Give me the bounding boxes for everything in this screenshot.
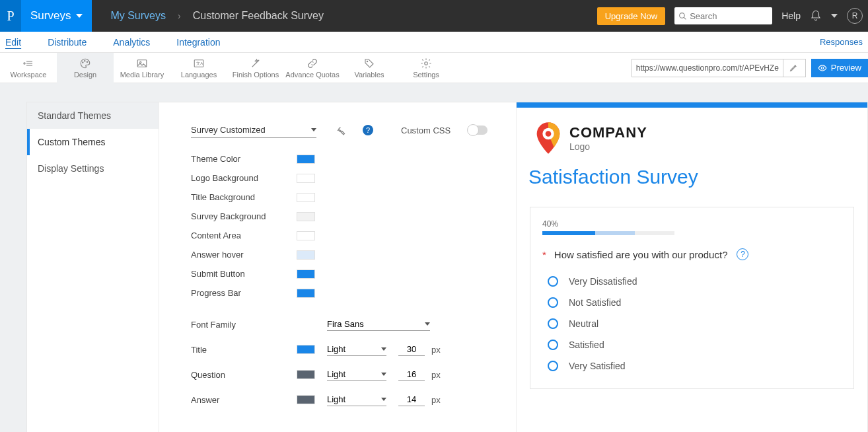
question-color-swatch[interactable]	[297, 370, 315, 379]
nav-standard-themes[interactable]: Standard Themes	[27, 102, 159, 129]
breadcrumb: My Surveys › Customer Feedback Survey	[110, 10, 324, 22]
title-color-swatch[interactable]	[297, 345, 315, 354]
answer-weight-dropdown[interactable]: Light	[327, 393, 386, 406]
company-name: COMPANY	[569, 124, 647, 141]
tab-analytics[interactable]: Analytics	[113, 33, 150, 52]
bell-icon[interactable]	[810, 10, 822, 22]
answer-hover-swatch[interactable]	[297, 250, 315, 260]
tool-languages[interactable]: 文A Languages	[170, 53, 227, 83]
answer-color-swatch[interactable]	[297, 395, 315, 404]
preview-stripe	[517, 102, 867, 108]
tool-variables[interactable]: Variables	[341, 53, 398, 83]
upgrade-button[interactable]: Upgrade Now	[597, 7, 666, 25]
chevron-down-icon	[425, 322, 430, 326]
company-logo: COMPANY Logo	[517, 108, 867, 162]
question-card: 40% * How satisfied are you with our pro…	[530, 207, 854, 389]
title-size-input[interactable]: 30	[398, 343, 425, 356]
toolbar-right: Preview	[632, 59, 868, 77]
px-unit: px	[431, 370, 441, 380]
help-link[interactable]: Help	[781, 11, 801, 21]
answer-font-label: Answer	[191, 395, 297, 405]
survey-preview: COMPANY Logo Satisfaction Survey 40% * H…	[516, 102, 867, 432]
question-text: * How satisfied are you with our product…	[542, 248, 842, 260]
workspace-icon	[22, 57, 35, 69]
wrench-icon[interactable]	[334, 124, 345, 136]
svg-text:文A: 文A	[196, 61, 203, 65]
search-box[interactable]	[674, 7, 772, 24]
theme-select-dropdown[interactable]: Survey Customized	[191, 122, 316, 138]
survey-bg-swatch[interactable]	[297, 212, 315, 221]
search-icon	[678, 12, 687, 20]
search-input[interactable]	[690, 11, 756, 21]
chevron-down-icon	[381, 373, 386, 376]
progress-bar-swatch[interactable]	[297, 289, 315, 298]
option-not-satisfied[interactable]: Not Satisfied	[542, 292, 842, 313]
svg-point-7	[85, 60, 86, 61]
option-very-dissatisfied[interactable]: Very Dissatisfied	[542, 271, 842, 292]
pin-icon	[534, 121, 563, 155]
content-area-label: Content Area	[191, 231, 297, 240]
font-family-dropdown[interactable]: Fira Sans	[327, 318, 430, 331]
avatar[interactable]: R	[847, 8, 863, 24]
surveys-dropdown[interactable]: Surveys	[21, 0, 92, 32]
settings-top-row: Survey Customized ? Custom CSS	[191, 122, 496, 138]
title-weight-dropdown[interactable]: Light	[327, 343, 386, 356]
radio-icon	[548, 297, 558, 308]
question-help-icon[interactable]: ?	[737, 248, 748, 260]
wand-icon	[249, 57, 262, 69]
topbar: P Surveys My Surveys › Customer Feedback…	[0, 0, 868, 32]
survey-bg-label: Survey Background	[191, 211, 297, 221]
app-logo-icon[interactable]: P	[0, 0, 21, 32]
tool-workspace[interactable]: Workspace	[0, 53, 57, 83]
tool-settings[interactable]: Settings	[398, 53, 454, 83]
tool-design[interactable]: Design	[57, 53, 114, 83]
palette-icon	[79, 57, 92, 69]
tab-responses[interactable]: Responses	[820, 33, 863, 51]
main-panel: Standard Themes Custom Themes Display Se…	[26, 102, 868, 432]
question-weight-dropdown[interactable]: Light	[327, 368, 386, 381]
required-asterisk: *	[542, 249, 546, 260]
eye-icon	[818, 63, 827, 73]
title-bg-label: Title Background	[191, 192, 297, 202]
preview-button[interactable]: Preview	[811, 59, 868, 77]
tool-advance-quotas[interactable]: Advance Quotas	[284, 53, 341, 83]
help-icon[interactable]: ?	[363, 125, 373, 135]
radio-icon	[548, 340, 558, 350]
custom-css-label: Custom CSS	[401, 126, 451, 135]
svg-point-0	[680, 13, 685, 18]
edit-url-button[interactable]	[783, 59, 804, 77]
radio-icon	[548, 361, 558, 371]
font-family-label: Font Family	[191, 320, 297, 330]
tag-icon	[363, 57, 376, 69]
progress-bar-label: Progress Bar	[191, 288, 297, 298]
survey-url-box	[632, 59, 806, 77]
tool-media-library[interactable]: Media Library	[114, 53, 170, 83]
tab-edit[interactable]: Edit	[5, 33, 21, 52]
breadcrumb-separator: ›	[178, 11, 181, 21]
option-very-satisfied[interactable]: Very Satisfied	[542, 355, 842, 377]
survey-url-input[interactable]	[632, 63, 783, 73]
option-neutral[interactable]: Neutral	[542, 313, 842, 334]
submit-button-swatch[interactable]	[297, 270, 315, 279]
tab-distribute[interactable]: Distribute	[48, 33, 87, 52]
nav-display-settings[interactable]: Display Settings	[27, 155, 159, 182]
tool-finish-options[interactable]: Finish Options	[227, 53, 284, 83]
logo-bg-swatch[interactable]	[297, 174, 315, 183]
option-satisfied[interactable]: Satisfied	[542, 334, 842, 355]
content-area-swatch[interactable]	[297, 231, 315, 240]
custom-css-toggle[interactable]	[468, 126, 488, 135]
settings-panel: Survey Customized ? Custom CSS Theme Col…	[159, 102, 516, 432]
breadcrumb-my-surveys[interactable]: My Surveys	[110, 10, 166, 22]
theme-color-swatch[interactable]	[297, 155, 315, 164]
title-bg-swatch[interactable]	[297, 193, 315, 202]
link-icon	[306, 57, 319, 69]
title-font-label: Title	[191, 345, 297, 355]
question-size-input[interactable]: 16	[398, 368, 425, 381]
answer-size-input[interactable]: 14	[398, 393, 425, 406]
chevron-down-icon[interactable]	[831, 14, 838, 18]
breadcrumb-current: Customer Feedback Survey	[193, 10, 324, 22]
px-unit: px	[431, 345, 441, 355]
image-icon	[135, 57, 149, 69]
nav-custom-themes[interactable]: Custom Themes	[27, 129, 159, 155]
tab-integration[interactable]: Integration	[176, 33, 220, 52]
